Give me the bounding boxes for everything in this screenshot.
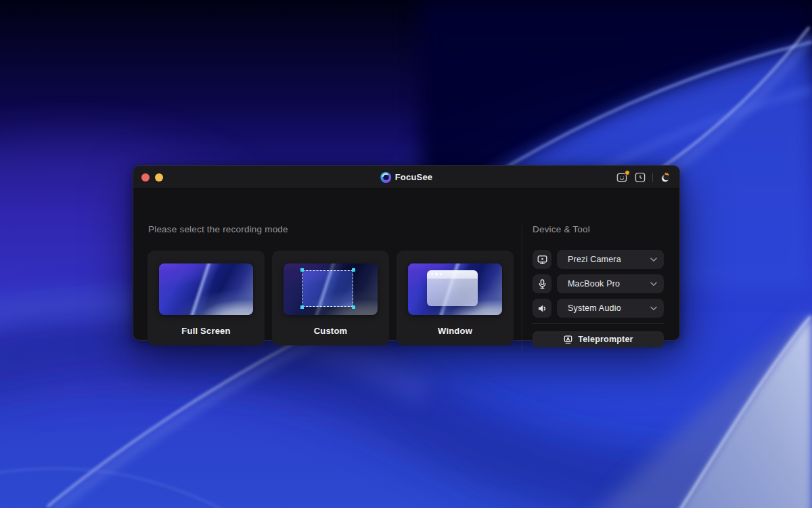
- camera-device-button[interactable]: [533, 250, 551, 269]
- speaker-icon: [537, 303, 548, 314]
- selection-handle: [300, 305, 304, 309]
- titlebar-actions: [616, 171, 679, 184]
- focusee-window: FocuSee: [133, 165, 680, 341]
- mini-app-window: [427, 270, 478, 306]
- system-audio-row: System Audio: [533, 299, 664, 318]
- camera-select-value: Prezi Camera: [568, 255, 621, 264]
- mode-card-window[interactable]: Window: [397, 251, 514, 345]
- minimize-button[interactable]: [155, 173, 163, 182]
- focusee-logo-icon: [380, 172, 391, 183]
- mode-card-full-screen[interactable]: Full Screen: [148, 251, 265, 345]
- selection-handle: [352, 268, 355, 272]
- mini-window-dots: [431, 273, 443, 276]
- teleprompter-icon: [563, 335, 573, 345]
- custom-thumbnail: [284, 263, 378, 315]
- webcam-icon: [537, 254, 548, 266]
- panel-divider: [522, 226, 522, 352]
- chevron-down-icon: [650, 282, 657, 287]
- traffic-lights: [133, 173, 163, 182]
- window-content: Please select the recording mode Full Sc…: [133, 189, 679, 341]
- titlebar-title-group: FocuSee: [380, 166, 433, 188]
- recording-mode-prompt: Please select the recording mode: [148, 224, 288, 234]
- teleprompter-divider: [533, 323, 664, 324]
- account-button[interactable]: [659, 171, 671, 184]
- titlebar: FocuSee: [133, 166, 679, 189]
- system-audio-select-value: System Audio: [568, 303, 621, 313]
- system-audio-select[interactable]: System Audio: [557, 299, 664, 318]
- selection-handle: [352, 305, 355, 309]
- app-title: FocuSee: [395, 172, 433, 182]
- chevron-down-icon: [650, 306, 657, 311]
- mode-card-custom[interactable]: Custom: [272, 251, 389, 345]
- account-crown-icon: [659, 171, 671, 184]
- selection-handle: [300, 268, 304, 272]
- system-audio-button[interactable]: [533, 299, 551, 318]
- teleprompter-label: Teleprompter: [578, 335, 633, 344]
- history-icon: [634, 171, 646, 184]
- window-thumbnail: [408, 263, 502, 315]
- feedback-button[interactable]: [616, 171, 628, 184]
- history-button[interactable]: [634, 171, 646, 184]
- notification-badge: [625, 170, 630, 175]
- microphone-select[interactable]: MacBook Pro: [557, 274, 664, 293]
- mode-cards: Full Screen Custom: [148, 251, 514, 345]
- full-screen-thumbnail: [159, 263, 253, 315]
- device-tool-title: Device & Tool: [533, 224, 590, 234]
- wallpaper-thumb-art: [159, 263, 253, 315]
- microphone-device-button[interactable]: [533, 274, 551, 293]
- camera-row: Prezi Camera: [533, 250, 664, 269]
- camera-select[interactable]: Prezi Camera: [557, 250, 664, 269]
- mode-label-window: Window: [438, 326, 472, 336]
- microphone-icon: [537, 278, 548, 290]
- microphone-row: MacBook Pro: [533, 274, 664, 293]
- close-button[interactable]: [141, 173, 150, 182]
- mode-label-custom: Custom: [314, 326, 348, 336]
- chevron-down-icon: [650, 257, 657, 262]
- titlebar-separator: [652, 173, 653, 182]
- microphone-select-value: MacBook Pro: [568, 279, 620, 289]
- selection-region: [302, 270, 353, 307]
- teleprompter-button[interactable]: Teleprompter: [533, 331, 664, 347]
- mode-label-full-screen: Full Screen: [181, 326, 230, 336]
- device-rows: Prezi Camera MacBook Pro: [533, 250, 664, 318]
